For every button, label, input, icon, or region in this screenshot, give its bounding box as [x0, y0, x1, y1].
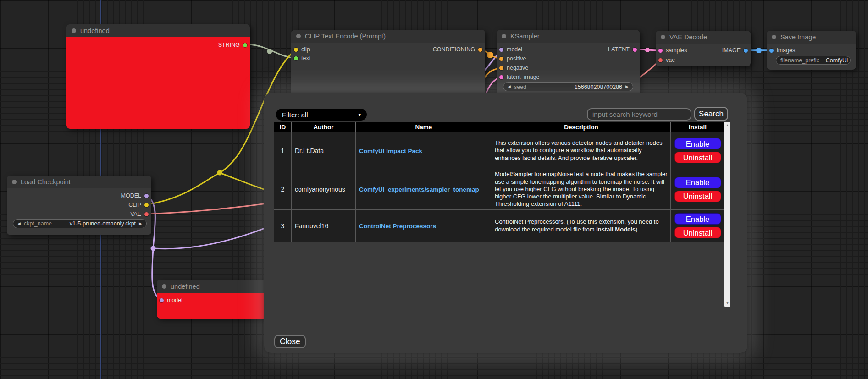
output-slot-conditioning: CONDITIONING — [433, 46, 482, 53]
scroll-up-icon[interactable]: ▲ — [724, 123, 730, 127]
node-undefined-bottom[interactable]: undefined model — [157, 280, 267, 319]
enable-button[interactable]: Enable — [674, 138, 721, 149]
uninstall-button[interactable]: Uninstall — [674, 227, 721, 238]
extension-link[interactable]: ComfyUI_experiments/sampler_tonemap — [359, 186, 479, 193]
input-slot-negative: negative — [499, 65, 528, 71]
node-collapse-dot[interactable] — [502, 34, 506, 38]
node-title-bar[interactable]: CLIP Text Encode (Prompt) — [291, 30, 485, 43]
header-author: Author — [292, 122, 356, 132]
cell-description: This extension offers various detector n… — [492, 132, 671, 169]
negative-input-dot[interactable] — [499, 66, 503, 70]
ckpt-next-icon[interactable]: ▶ — [139, 222, 142, 226]
conditioning-output-dot[interactable] — [478, 48, 482, 52]
node-collapse-dot[interactable] — [661, 35, 665, 39]
node-clip-text-encode[interactable]: CLIP Text Encode (Prompt) clip text COND… — [291, 30, 485, 96]
cell-description: ControlNet Preprocessors. (To use this e… — [492, 210, 671, 242]
filename-prefix-value: ComfyUI — [826, 57, 848, 64]
model-output-dot[interactable] — [144, 194, 149, 198]
node-title-bar[interactable]: undefined — [66, 24, 250, 37]
description-suffix: ) — [636, 226, 637, 233]
output-slot-vae: VAE — [130, 211, 149, 217]
search-input[interactable] — [587, 108, 691, 121]
node-collapse-dot[interactable] — [296, 34, 301, 38]
table-row: 1 Dr.Lt.Data ComfyUI Impact Pack This ex… — [274, 132, 725, 169]
vae-input-dot[interactable] — [658, 58, 663, 62]
node-undefined-top[interactable]: undefined STRING — [66, 24, 250, 129]
node-collapse-dot[interactable] — [72, 28, 76, 33]
model-input-dot[interactable] — [160, 298, 164, 302]
filename-prefix-widget[interactable]: filename_prefix ComfyUI — [776, 56, 851, 65]
slot-label: CLIP — [128, 202, 141, 208]
input-slot-positive: positive — [499, 55, 526, 62]
node-title-bar[interactable]: Load Checkpoint — [7, 176, 151, 188]
latent-image-input-dot[interactable] — [499, 75, 503, 79]
input-slot-clip: clip — [294, 46, 310, 53]
enable-button[interactable]: Enable — [674, 213, 721, 225]
node-ksampler[interactable]: KSampler model positive negative latent_… — [497, 30, 640, 96]
input-slot-vae: vae — [658, 57, 675, 63]
image-output-dot[interactable] — [744, 49, 748, 53]
string-output-dot[interactable] — [243, 43, 247, 47]
input-slot-model: model — [160, 297, 182, 303]
scroll-down-icon[interactable]: ▼ — [724, 301, 730, 305]
node-collapse-dot[interactable] — [162, 284, 166, 289]
uninstall-button[interactable]: Uninstall — [674, 152, 721, 163]
extension-table: ID Author Name Description Install 1 Dr.… — [274, 122, 725, 242]
cell-id: 3 — [274, 210, 292, 242]
cell-name: ComfyUI_experiments/sampler_tonemap — [356, 169, 492, 210]
filter-select[interactable]: Filter: all ▾ — [276, 109, 367, 121]
cell-install: Enable Uninstall — [671, 210, 725, 242]
node-title-bar[interactable]: KSampler — [497, 30, 640, 43]
output-slot-string: STRING — [218, 42, 247, 48]
ckpt-name-widget[interactable]: ◀ ckpt_name v1-5-pruned-emaonly.ckpt ▶ — [13, 219, 147, 228]
text-input-dot[interactable] — [294, 56, 298, 60]
slot-label: CONDITIONING — [433, 46, 475, 53]
node-title-bar[interactable]: Save Image — [767, 31, 856, 44]
close-button[interactable]: Close — [274, 335, 306, 348]
node-load-checkpoint[interactable]: Load Checkpoint MODEL CLIP VAE ◀ ckpt_na… — [7, 176, 151, 235]
images-input-dot[interactable] — [769, 49, 774, 53]
output-slot-latent: LATENT — [608, 46, 637, 53]
ckpt-prev-icon[interactable]: ◀ — [17, 222, 21, 226]
extension-link[interactable]: ControlNet Preprocessors — [359, 223, 436, 230]
seed-decrement-icon[interactable]: ◀ — [508, 85, 511, 89]
search-button[interactable]: Search — [694, 107, 728, 121]
description-bold: Install Models — [596, 226, 636, 233]
positive-input-dot[interactable] — [499, 57, 503, 61]
widget-label: ckpt_name — [24, 220, 52, 227]
latent-output-dot[interactable] — [633, 48, 637, 52]
uninstall-button[interactable]: Uninstall — [674, 191, 721, 202]
slot-label: images — [777, 47, 795, 54]
input-slot-samples: samples — [658, 47, 687, 54]
comfyui-canvas[interactable]: { "icons": { "widget_prev": "◀", "widget… — [0, 0, 868, 379]
node-collapse-dot[interactable] — [772, 35, 776, 39]
cell-author: Fannovel16 — [292, 210, 356, 242]
model-input-dot[interactable] — [499, 48, 503, 52]
output-slot-clip: CLIP — [128, 202, 149, 208]
node-title: Load Checkpoint — [21, 178, 71, 186]
cell-author: comfyanonymous — [292, 169, 356, 210]
node-vae-decode[interactable]: VAE Decode samples vae IMAGE — [656, 31, 751, 66]
slot-label: vae — [666, 57, 675, 63]
widget-label: seed — [514, 84, 526, 90]
seed-widget[interactable]: ◀ seed 156680208700286 ▶ — [503, 82, 633, 91]
slot-label: clip — [301, 46, 310, 53]
node-title-bar[interactable]: undefined — [157, 280, 267, 293]
table-row: 3 Fannovel16 ControlNet Preprocessors Co… — [274, 210, 725, 242]
node-title: Save Image — [780, 33, 816, 41]
clip-input-dot[interactable] — [294, 48, 298, 52]
enable-button[interactable]: Enable — [674, 177, 721, 188]
extension-link[interactable]: ComfyUI Impact Pack — [359, 148, 422, 154]
samples-input-dot[interactable] — [658, 49, 663, 53]
seed-increment-icon[interactable]: ▶ — [625, 85, 629, 89]
extension-manager-modal: Filter: all ▾ Search ID Author Name Desc… — [264, 93, 747, 353]
slot-label: negative — [507, 65, 528, 71]
node-title-bar[interactable]: VAE Decode — [656, 31, 751, 44]
slot-label: IMAGE — [722, 47, 741, 54]
node-collapse-dot[interactable] — [12, 180, 17, 184]
clip-output-dot[interactable] — [144, 203, 149, 207]
table-scrollbar[interactable]: ▲ ▼ — [724, 122, 730, 307]
node-save-image[interactable]: Save Image images filename_prefix ComfyU… — [767, 31, 856, 70]
header-description: Description — [492, 122, 671, 132]
vae-output-dot[interactable] — [144, 212, 149, 216]
